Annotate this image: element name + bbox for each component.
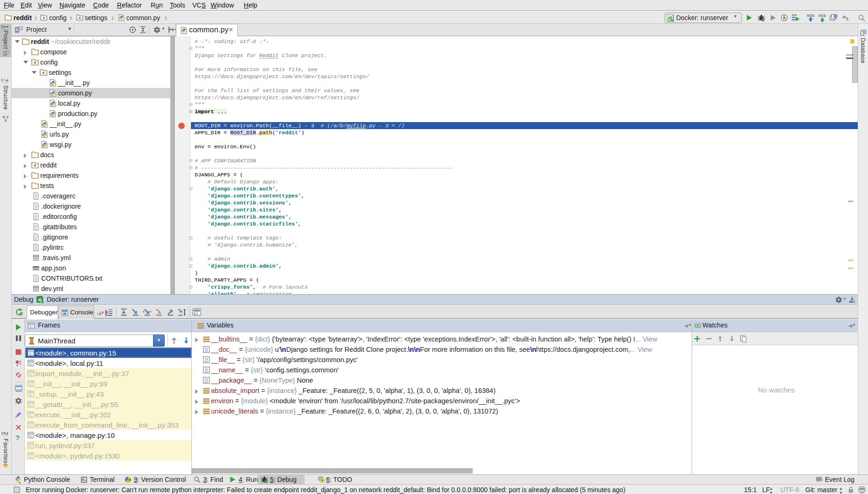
svg-text:VCS: VCS	[807, 14, 814, 18]
svg-text:dj: dj	[38, 298, 42, 302]
svg-text:dj: dj	[668, 15, 672, 21]
svg-text:VCS: VCS	[818, 14, 825, 18]
